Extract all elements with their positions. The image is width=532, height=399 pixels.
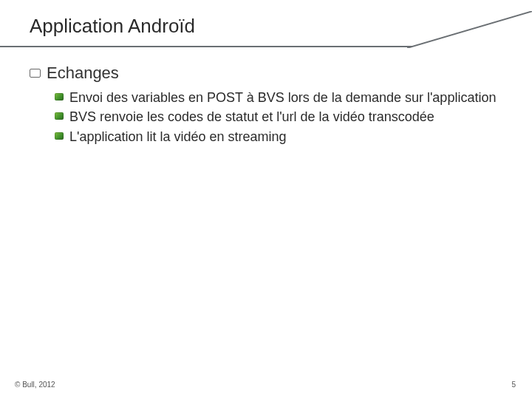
list-item-text: BVS renvoie les codes de statut et l'url…	[69, 108, 434, 126]
list-item: Envoi des variables en POST à BVS lors d…	[55, 89, 502, 106]
section-heading-row: Echanges	[30, 64, 502, 83]
svg-marker-0	[407, 11, 532, 48]
slide: Application Androïd Echanges Envoi des v…	[0, 0, 532, 399]
title-underline	[0, 46, 532, 47]
hollow-box-bullet-icon	[30, 69, 41, 78]
title-corner-accent	[407, 11, 532, 48]
square-bullet-icon	[55, 112, 64, 120]
svg-line-1	[407, 11, 532, 48]
slide-title: Application Androïd	[30, 15, 195, 38]
square-bullet-icon	[55, 93, 64, 100]
content-area: Echanges Envoi des variables en POST à B…	[30, 59, 502, 147]
item-list: Envoi des variables en POST à BVS lors d…	[55, 89, 502, 146]
footer-copyright: © Bull, 2012	[15, 381, 55, 389]
list-item: L'application lit la vidéo en streaming	[55, 128, 502, 146]
list-item: BVS renvoie les codes de statut et l'url…	[55, 108, 502, 126]
list-item-text: Envoi des variables en POST à BVS lors d…	[69, 89, 496, 106]
footer-page-number: 5	[511, 381, 516, 389]
title-band: Application Androïd	[0, 12, 532, 47]
square-bullet-icon	[55, 132, 64, 140]
list-item-text: L'application lit la vidéo en streaming	[69, 128, 287, 146]
section-heading: Echanges	[47, 64, 119, 83]
